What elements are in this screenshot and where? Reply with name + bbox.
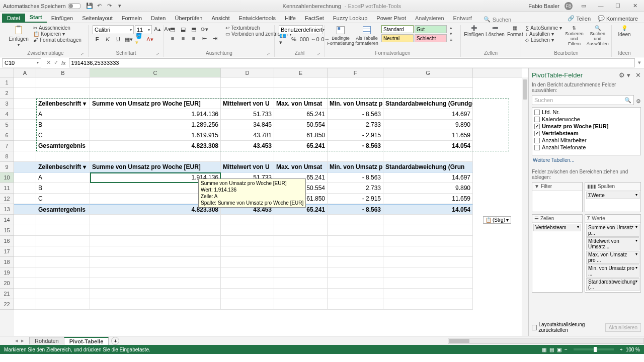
value-chip[interactable]: Summe von Umsatz p...▾ xyxy=(586,224,639,237)
row-header-4[interactable]: 4 xyxy=(0,109,14,120)
italic-button[interactable]: K xyxy=(103,35,112,43)
field-pane-close-icon[interactable]: ✕ xyxy=(635,71,641,79)
align-middle-icon[interactable]: ⬓ xyxy=(179,25,188,33)
zoom-in-icon[interactable]: + xyxy=(620,347,623,352)
col-header-F[interactable]: F xyxy=(328,68,383,77)
values-area[interactable]: ΣWerte Summe von Umsatz p...▾Mittelwert … xyxy=(585,214,641,293)
redo-icon[interactable]: ↷ xyxy=(106,3,113,10)
col-header-A[interactable]: A xyxy=(14,68,36,77)
close-icon[interactable]: ✕ xyxy=(629,1,641,11)
row-header-22[interactable]: 22 xyxy=(0,299,14,310)
conditional-format-button[interactable]: Bedingte Formatierung xyxy=(329,25,352,46)
zoom-level[interactable]: 100 % xyxy=(626,347,640,352)
row-header-14[interactable]: 14 xyxy=(0,215,14,225)
row-header-21[interactable]: 21 xyxy=(0,289,14,299)
value-chip[interactable]: Mittelwert von Umsatz...▾ xyxy=(586,237,639,250)
select-all-corner[interactable] xyxy=(0,68,14,77)
fill-color-button[interactable]: 🪣▾ xyxy=(135,35,144,43)
rows-chip[interactable]: Vertriebsteam▾ xyxy=(533,224,581,231)
sheet-nav-prev-icon[interactable]: ◂ xyxy=(15,337,18,344)
defer-checkbox[interactable] xyxy=(532,325,537,330)
page-layout-view-icon[interactable]: ▤ xyxy=(549,347,554,352)
orientation-icon[interactable]: ⟳▾ xyxy=(200,25,209,33)
style-neutral[interactable]: Neutral xyxy=(381,34,414,42)
zoom-slider[interactable] xyxy=(574,348,614,350)
font-color-button[interactable]: A▾ xyxy=(145,35,154,43)
sheet-tab-pivot[interactable]: Pivot-Tabelle xyxy=(64,337,109,345)
field-item[interactable]: Anzahl Telefonate xyxy=(533,144,639,151)
grow-font-icon[interactable]: A▴ xyxy=(153,25,162,33)
row-header-7[interactable]: 7 xyxy=(0,141,14,151)
expand-formula-icon[interactable]: ▾ xyxy=(635,59,644,66)
align-bottom-icon[interactable]: ⬒ xyxy=(189,25,198,33)
tab-entwicklertools[interactable]: Entwicklertools xyxy=(234,14,280,23)
file-tab[interactable]: Datei xyxy=(2,14,25,23)
comma-icon[interactable]: 000 xyxy=(300,35,309,43)
tab-daten[interactable]: Daten xyxy=(146,14,170,23)
horizontal-scrollbar[interactable] xyxy=(448,338,644,344)
comments-button[interactable]: 💬Kommentare xyxy=(596,14,640,23)
cut-button[interactable]: ✂ Ausschneiden xyxy=(33,25,82,31)
styles-scroll-up-icon[interactable]: ▴ xyxy=(450,25,452,30)
tab-ansicht[interactable]: Ansicht xyxy=(207,14,234,23)
share-button[interactable]: 🔗Teilen xyxy=(566,14,593,23)
col-header-C[interactable]: C xyxy=(90,68,221,77)
field-item[interactable]: Lfd. Nr. xyxy=(533,109,639,116)
tab-formeln[interactable]: Formeln xyxy=(117,14,146,23)
vertical-scrollbar[interactable] xyxy=(522,77,528,336)
styles-more-icon[interactable]: ≡ xyxy=(450,37,452,42)
value-chip[interactable]: Standardabweichung (...▾ xyxy=(586,278,639,291)
more-tables-link[interactable]: Weitere Tabellen... xyxy=(532,155,641,165)
clear-button[interactable]: ◇ Löschen ▾ xyxy=(525,37,562,43)
align-center-icon[interactable]: ≡ xyxy=(179,34,188,42)
insert-cells-button[interactable]: ➕Einfügen xyxy=(465,25,483,37)
tab-seitenlayout[interactable]: Seitenlayout xyxy=(77,14,117,23)
currency-icon[interactable]: 💶▾ xyxy=(279,35,288,43)
border-button[interactable]: ▦▾ xyxy=(124,35,133,43)
col-header-G[interactable]: G xyxy=(383,68,473,77)
inc-decimal-icon[interactable]: ←0 xyxy=(310,35,319,43)
percent-icon[interactable]: % xyxy=(289,35,298,43)
fill-button[interactable]: ↓ Ausfüllen ▾ xyxy=(525,31,562,37)
autosum-button[interactable]: ∑ AutoSumme ▾ xyxy=(525,25,562,31)
value-chip[interactable]: Min. von Umsatz pro ...▾ xyxy=(586,264,639,278)
style-gut[interactable]: Gut xyxy=(415,25,447,33)
increase-indent-icon[interactable]: ⇥ xyxy=(210,34,219,42)
style-schlecht[interactable]: Schlecht xyxy=(415,34,447,42)
decrease-indent-icon[interactable]: ⇤ xyxy=(200,34,209,42)
field-item[interactable]: Kalenderwoche xyxy=(533,116,639,123)
ideas-button[interactable]: 💡Ideen xyxy=(616,25,633,37)
ribbon-options-icon[interactable]: ▭ xyxy=(578,1,590,11)
col-header-D[interactable]: D xyxy=(221,68,274,77)
row-header-6[interactable]: 6 xyxy=(0,130,14,141)
row-header-8[interactable]: 8 xyxy=(0,151,14,162)
field-list[interactable]: Lfd. Nr.Kalenderwoche✓Umsatz pro Woche [… xyxy=(532,107,641,155)
formula-input[interactable]: 1914136,25333333 xyxy=(69,58,635,67)
row-header-18[interactable]: 18 xyxy=(0,257,14,267)
row-header-19[interactable]: 19 xyxy=(0,267,14,278)
col-header-B[interactable]: B xyxy=(36,68,90,77)
row-header-3[interactable]: 3 xyxy=(0,99,14,109)
tab-factset[interactable]: FactSet xyxy=(300,14,329,23)
field-search-input[interactable]: Suchen 🔍 xyxy=(532,95,634,105)
row-header-10[interactable]: 10 xyxy=(0,172,14,183)
row-header-12[interactable]: 12 xyxy=(0,194,14,204)
row-header-13[interactable]: 13 xyxy=(0,204,14,215)
copy-button[interactable]: 📋 Kopieren ▾ xyxy=(33,31,82,37)
align-right-icon[interactable]: ≡ xyxy=(189,34,198,42)
row-header-2[interactable]: 2 xyxy=(0,88,14,99)
tab-entwurf[interactable]: Entwurf xyxy=(449,14,476,23)
name-box[interactable]: C10▾ xyxy=(2,58,41,67)
save-icon[interactable]: 💾 xyxy=(86,3,93,10)
format-painter-button[interactable]: 🖌 Format übertragen xyxy=(33,37,82,43)
field-item[interactable]: Anzahl Mitarbeiter xyxy=(533,137,639,144)
tell-me-search[interactable]: 🔍 Suchen xyxy=(484,16,511,23)
tab-start[interactable]: Start xyxy=(25,13,47,23)
update-button[interactable]: Aktualisieren xyxy=(605,323,641,332)
worksheet[interactable]: ABCDEFG 12345678910111213141516171819202… xyxy=(0,68,528,336)
rows-area[interactable]: ☰Zeilen Vertriebsteam▾ xyxy=(532,214,583,293)
row-header-15[interactable]: 15 xyxy=(0,225,14,236)
page-break-view-icon[interactable]: ▣ xyxy=(557,347,561,352)
filter-area[interactable]: ▼Filter xyxy=(532,182,583,212)
paste-button[interactable]: Einfügen ▾ xyxy=(7,25,30,47)
